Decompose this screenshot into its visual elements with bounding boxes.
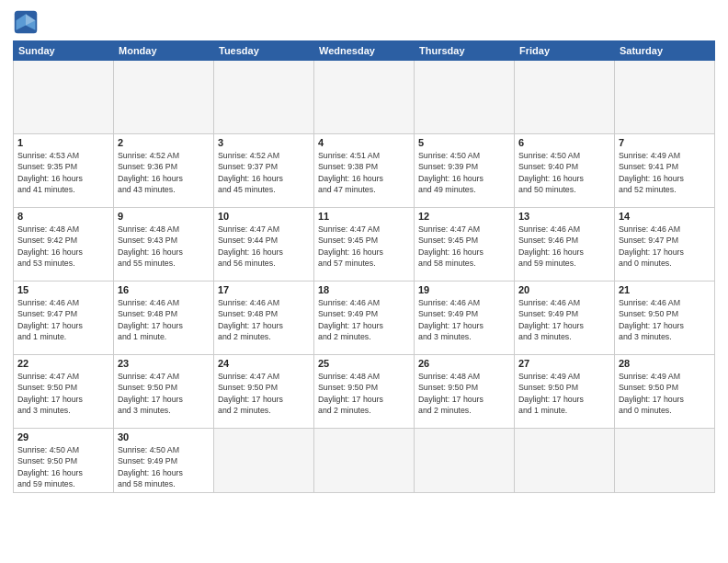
day-number: 30 xyxy=(118,431,210,442)
calendar-cell: 7Sunrise: 4:49 AM Sunset: 9:41 PM Daylig… xyxy=(615,134,715,208)
calendar-cell xyxy=(515,61,615,134)
day-info: Sunrise: 4:47 AM Sunset: 9:45 PM Dayligh… xyxy=(318,224,410,269)
calendar-cell: 23Sunrise: 4:47 AM Sunset: 9:50 PM Dayli… xyxy=(114,355,214,429)
day-info: Sunrise: 4:49 AM Sunset: 9:41 PM Dayligh… xyxy=(619,150,711,195)
calendar-cell: 28Sunrise: 4:49 AM Sunset: 9:50 PM Dayli… xyxy=(615,355,715,429)
day-number: 15 xyxy=(17,284,109,295)
day-number: 23 xyxy=(118,358,210,369)
day-info: Sunrise: 4:46 AM Sunset: 9:47 PM Dayligh… xyxy=(17,297,109,342)
day-number: 18 xyxy=(318,284,410,295)
calendar-cell: 11Sunrise: 4:47 AM Sunset: 9:45 PM Dayli… xyxy=(314,208,415,282)
day-info: Sunrise: 4:48 AM Sunset: 9:42 PM Dayligh… xyxy=(17,224,109,269)
day-info: Sunrise: 4:49 AM Sunset: 9:50 PM Dayligh… xyxy=(619,371,711,416)
calendar-cell: 6Sunrise: 4:50 AM Sunset: 9:40 PM Daylig… xyxy=(515,134,615,208)
calendar-cell: 17Sunrise: 4:46 AM Sunset: 9:48 PM Dayli… xyxy=(214,282,314,355)
calendar-cell: 12Sunrise: 4:47 AM Sunset: 9:45 PM Dayli… xyxy=(415,208,515,282)
day-number: 1 xyxy=(17,137,109,148)
calendar-cell: 30Sunrise: 4:50 AM Sunset: 9:49 PM Dayli… xyxy=(114,429,214,493)
calendar-cell xyxy=(114,61,214,134)
calendar-cell: 29Sunrise: 4:50 AM Sunset: 9:50 PM Dayli… xyxy=(14,429,114,493)
day-info: Sunrise: 4:47 AM Sunset: 9:50 PM Dayligh… xyxy=(17,371,109,416)
day-number: 10 xyxy=(218,211,310,222)
day-info: Sunrise: 4:50 AM Sunset: 9:39 PM Dayligh… xyxy=(418,150,510,195)
day-number: 7 xyxy=(619,137,711,148)
logo-icon xyxy=(13,9,39,35)
day-info: Sunrise: 4:46 AM Sunset: 9:50 PM Dayligh… xyxy=(619,297,711,342)
calendar-cell: 14Sunrise: 4:46 AM Sunset: 9:47 PM Dayli… xyxy=(615,208,715,282)
day-info: Sunrise: 4:46 AM Sunset: 9:48 PM Dayligh… xyxy=(218,297,310,342)
day-info: Sunrise: 4:48 AM Sunset: 9:50 PM Dayligh… xyxy=(318,371,410,416)
calendar-cell: 4Sunrise: 4:51 AM Sunset: 9:38 PM Daylig… xyxy=(314,134,415,208)
day-info: Sunrise: 4:46 AM Sunset: 9:49 PM Dayligh… xyxy=(518,297,610,342)
day-number: 22 xyxy=(17,358,109,369)
calendar-cell xyxy=(415,61,515,134)
calendar-cell: 27Sunrise: 4:49 AM Sunset: 9:50 PM Dayli… xyxy=(515,355,615,429)
weekday-header: Sunday xyxy=(14,41,114,61)
day-number: 29 xyxy=(17,431,109,442)
calendar-cell: 9Sunrise: 4:48 AM Sunset: 9:43 PM Daylig… xyxy=(114,208,214,282)
day-info: Sunrise: 4:47 AM Sunset: 9:50 PM Dayligh… xyxy=(218,371,310,416)
day-number: 20 xyxy=(518,284,610,295)
weekday-header: Tuesday xyxy=(214,41,314,61)
calendar-cell: 26Sunrise: 4:48 AM Sunset: 9:50 PM Dayli… xyxy=(415,355,515,429)
calendar-cell xyxy=(214,61,314,134)
calendar-cell xyxy=(214,429,314,493)
day-number: 5 xyxy=(418,137,510,148)
day-number: 11 xyxy=(318,211,410,222)
day-number: 12 xyxy=(418,211,510,222)
day-info: Sunrise: 4:47 AM Sunset: 9:45 PM Dayligh… xyxy=(418,224,510,269)
day-number: 24 xyxy=(218,358,310,369)
calendar-cell: 10Sunrise: 4:47 AM Sunset: 9:44 PM Dayli… xyxy=(214,208,314,282)
day-info: Sunrise: 4:52 AM Sunset: 9:37 PM Dayligh… xyxy=(218,150,310,195)
calendar-cell xyxy=(615,429,715,493)
day-info: Sunrise: 4:52 AM Sunset: 9:36 PM Dayligh… xyxy=(118,150,210,195)
logo xyxy=(13,9,42,35)
day-number: 3 xyxy=(218,137,310,148)
weekday-header: Monday xyxy=(114,41,214,61)
calendar-cell xyxy=(515,429,615,493)
day-number: 4 xyxy=(318,137,410,148)
calendar-cell: 15Sunrise: 4:46 AM Sunset: 9:47 PM Dayli… xyxy=(14,282,114,355)
day-info: Sunrise: 4:46 AM Sunset: 9:48 PM Dayligh… xyxy=(118,297,210,342)
day-number: 19 xyxy=(418,284,510,295)
day-number: 28 xyxy=(619,358,711,369)
day-number: 9 xyxy=(118,211,210,222)
weekday-header: Thursday xyxy=(415,41,515,61)
calendar-cell: 25Sunrise: 4:48 AM Sunset: 9:50 PM Dayli… xyxy=(314,355,415,429)
day-number: 14 xyxy=(619,211,711,222)
weekday-header: Wednesday xyxy=(314,41,415,61)
day-info: Sunrise: 4:46 AM Sunset: 9:46 PM Dayligh… xyxy=(518,224,610,269)
day-info: Sunrise: 4:46 AM Sunset: 9:47 PM Dayligh… xyxy=(619,224,711,269)
day-info: Sunrise: 4:50 AM Sunset: 9:50 PM Dayligh… xyxy=(17,444,109,489)
calendar-cell: 24Sunrise: 4:47 AM Sunset: 9:50 PM Dayli… xyxy=(214,355,314,429)
day-info: Sunrise: 4:46 AM Sunset: 9:49 PM Dayligh… xyxy=(418,297,510,342)
calendar-cell: 13Sunrise: 4:46 AM Sunset: 9:46 PM Dayli… xyxy=(515,208,615,282)
day-number: 21 xyxy=(619,284,711,295)
weekday-header: Friday xyxy=(515,41,615,61)
calendar-cell xyxy=(314,429,415,493)
calendar-cell: 21Sunrise: 4:46 AM Sunset: 9:50 PM Dayli… xyxy=(615,282,715,355)
calendar-cell: 2Sunrise: 4:52 AM Sunset: 9:36 PM Daylig… xyxy=(114,134,214,208)
weekday-header: Saturday xyxy=(615,41,715,61)
day-number: 27 xyxy=(518,358,610,369)
day-info: Sunrise: 4:50 AM Sunset: 9:40 PM Dayligh… xyxy=(518,150,610,195)
day-info: Sunrise: 4:48 AM Sunset: 9:50 PM Dayligh… xyxy=(418,371,510,416)
day-number: 25 xyxy=(318,358,410,369)
calendar-cell: 8Sunrise: 4:48 AM Sunset: 9:42 PM Daylig… xyxy=(14,208,114,282)
calendar-cell: 20Sunrise: 4:46 AM Sunset: 9:49 PM Dayli… xyxy=(515,282,615,355)
page: SundayMondayTuesdayWednesdayThursdayFrid… xyxy=(0,0,728,563)
day-number: 13 xyxy=(518,211,610,222)
day-info: Sunrise: 4:47 AM Sunset: 9:44 PM Dayligh… xyxy=(218,224,310,269)
day-info: Sunrise: 4:46 AM Sunset: 9:49 PM Dayligh… xyxy=(318,297,410,342)
calendar-cell xyxy=(314,61,415,134)
day-number: 26 xyxy=(418,358,510,369)
day-number: 6 xyxy=(518,137,610,148)
calendar-cell xyxy=(615,61,715,134)
day-number: 2 xyxy=(118,137,210,148)
day-number: 17 xyxy=(218,284,310,295)
calendar-cell: 22Sunrise: 4:47 AM Sunset: 9:50 PM Dayli… xyxy=(14,355,114,429)
day-info: Sunrise: 4:47 AM Sunset: 9:50 PM Dayligh… xyxy=(118,371,210,416)
day-number: 8 xyxy=(17,211,109,222)
calendar-cell: 1Sunrise: 4:53 AM Sunset: 9:35 PM Daylig… xyxy=(14,134,114,208)
calendar-cell: 16Sunrise: 4:46 AM Sunset: 9:48 PM Dayli… xyxy=(114,282,214,355)
